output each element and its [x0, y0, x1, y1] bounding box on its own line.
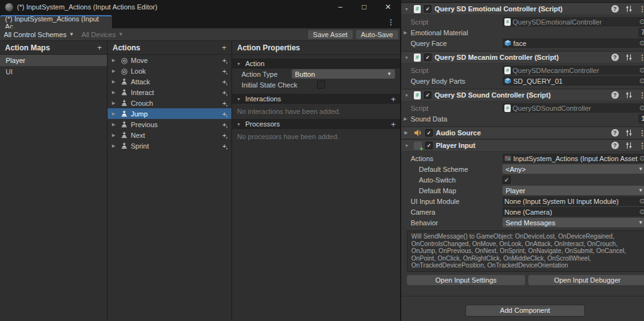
help-icon[interactable]: ? [611, 142, 619, 149]
mecanim-controller-header[interactable]: ▼ # ✓ Query SD Mecanim Controller (Scrip… [401, 51, 644, 64]
object-picker-icon[interactable]: ⊙ [640, 208, 644, 216]
sound-controller-header[interactable]: ▼ # ✓ Query SD Sound Controller (Script)… [401, 89, 644, 101]
add-component-button[interactable]: Add Component [465, 305, 585, 317]
minimize-button[interactable]: – [328, 0, 352, 14]
action-row-attack[interactable]: ▶ Attack +, [108, 76, 231, 87]
tab-inputsystem-actions[interactable]: (*) InputSystem_Actions (Input Ac.. [0, 15, 112, 28]
audio-source-header[interactable]: ▶ ✓ Audio Source ? ⋮ [401, 127, 644, 139]
ui-input-module-object-field[interactable]: None (Input System UI Input Module) ⊙ [502, 196, 644, 206]
kebab-menu-icon[interactable]: ⋮ [639, 5, 644, 13]
query-face-object-field[interactable]: face ⊙ [502, 38, 644, 48]
camera-object-field[interactable]: None (Camera) ⊙ [502, 207, 644, 217]
action-section-header[interactable]: ▼ Action [232, 59, 400, 69]
component-enabled-checkbox[interactable]: ✓ [424, 91, 431, 99]
emotional-material-row[interactable]: ▶ Emotional Material 7 [401, 27, 644, 38]
chevron-right-icon[interactable]: ▶ [112, 101, 118, 106]
tab-menu-kebab-icon[interactable]: ⋮ [387, 18, 400, 28]
add-binding-button[interactable]: +, [223, 89, 227, 96]
help-icon[interactable]: ? [611, 91, 619, 99]
action-type-dropdown[interactable]: Button ▼ [292, 69, 395, 79]
script-object-field[interactable]: # QuerySDMecanimController ⊙ [502, 65, 644, 75]
add-binding-button[interactable]: +, [223, 142, 227, 150]
interactions-section-header[interactable]: ▼ Interactions + [232, 94, 400, 104]
object-picker-icon[interactable]: ⊙ [640, 77, 644, 85]
chevron-right-icon[interactable]: ▶ [112, 144, 118, 149]
add-interaction-button[interactable]: + [391, 94, 396, 104]
chevron-down-icon[interactable]: ▼ [404, 144, 411, 148]
object-picker-icon[interactable]: ⊙ [640, 39, 644, 47]
array-size-field[interactable]: 7 [638, 28, 644, 37]
presets-icon[interactable] [625, 91, 633, 99]
default-map-dropdown[interactable]: Player ▼ [502, 186, 644, 195]
kebab-menu-icon[interactable]: ⋮ [639, 142, 644, 150]
add-processor-button[interactable]: + [391, 120, 396, 129]
control-schemes-dropdown[interactable]: All Control Schemes ▼ [4, 31, 74, 38]
chevron-right-icon[interactable]: ▶ [112, 133, 118, 138]
player-input-header[interactable]: ▼ + ✓ Player Input ? ⋮ [401, 139, 644, 152]
object-picker-icon[interactable]: ⊙ [640, 104, 644, 112]
help-icon[interactable]: ? [611, 5, 619, 13]
help-icon[interactable]: ? [611, 129, 619, 137]
emotional-controller-header[interactable]: ▼ # ✓ Query SD Emotional Controller (Scr… [401, 3, 644, 15]
processors-section-header[interactable]: ▼ Processors + [232, 119, 400, 129]
add-binding-button[interactable]: +, [223, 132, 227, 139]
maximize-button[interactable]: □ [352, 0, 376, 14]
component-enabled-checkbox[interactable]: ✓ [425, 142, 433, 149]
presets-icon[interactable] [625, 54, 633, 61]
script-object-field[interactable]: # QuerySDSoundController ⊙ [502, 103, 644, 113]
devices-dropdown[interactable]: All Devices ▼ [82, 31, 123, 38]
sound-data-row[interactable]: ▶ Sound Data 1 [401, 113, 644, 124]
chevron-right-icon[interactable]: ▶ [112, 111, 118, 116]
object-picker-icon[interactable]: ⊙ [640, 154, 644, 162]
script-object-field[interactable]: # QuerySDEmotionalController ⊙ [502, 17, 644, 26]
component-enabled-checkbox[interactable]: ✓ [424, 54, 431, 61]
add-binding-button[interactable]: +, [223, 78, 227, 86]
chevron-right-icon[interactable]: ▶ [112, 122, 118, 127]
object-picker-icon[interactable]: ⊙ [640, 197, 644, 205]
action-row-look[interactable]: ▶ ◎ Look +, [108, 65, 231, 76]
chevron-right-icon[interactable]: ▶ [112, 58, 118, 63]
add-binding-button[interactable]: +, [223, 67, 227, 75]
kebab-menu-icon[interactable]: ⋮ [639, 129, 644, 137]
chevron-down-icon[interactable]: ▼ [404, 55, 411, 60]
component-enabled-checkbox[interactable]: ✓ [424, 5, 431, 13]
chevron-right-icon[interactable]: ▶ [404, 130, 411, 135]
add-action-button[interactable]: + [221, 43, 226, 52]
object-picker-icon[interactable]: ⊙ [640, 66, 644, 74]
kebab-menu-icon[interactable]: ⋮ [639, 91, 644, 99]
save-asset-button[interactable]: Save Asset [308, 30, 353, 39]
add-binding-button[interactable]: +, [223, 99, 227, 107]
add-binding-button[interactable]: +, [223, 57, 227, 64]
action-row-interact[interactable]: ▶ Interact +, [108, 87, 231, 98]
action-map-player[interactable]: Player [0, 55, 107, 66]
add-binding-button[interactable]: +, [223, 121, 227, 128]
chevron-right-icon[interactable]: ▶ [112, 90, 118, 95]
initial-state-checkbox[interactable] [317, 81, 325, 89]
chevron-right-icon[interactable]: ▶ [404, 116, 407, 121]
component-enabled-checkbox[interactable]: ✓ [425, 129, 433, 137]
action-row-next[interactable]: ▶ Next +, [108, 130, 231, 140]
action-row-move[interactable]: ▶ ◎ Move +, [108, 55, 231, 65]
query-body-parts-object-field[interactable]: SD_QUERY_01 ⊙ [502, 76, 644, 86]
chevron-right-icon[interactable]: ▶ [112, 79, 118, 84]
chevron-down-icon[interactable]: ▼ [404, 7, 411, 11]
chevron-down-icon[interactable]: ▼ [404, 93, 411, 98]
auto-switch-checkbox[interactable]: ✓ [502, 176, 511, 184]
open-input-settings-button[interactable]: Open Input Settings [407, 275, 525, 285]
behavior-dropdown[interactable]: Send Messages ▼ [502, 218, 644, 227]
object-picker-icon[interactable]: ⊙ [640, 18, 644, 26]
action-row-jump[interactable]: ▶ Jump +, [108, 108, 231, 119]
chevron-right-icon[interactable]: ▶ [112, 69, 118, 74]
close-button[interactable]: ✕ [376, 0, 400, 14]
presets-icon[interactable] [625, 129, 633, 137]
action-row-previous[interactable]: ▶ Previous +, [108, 119, 231, 130]
presets-icon[interactable] [625, 142, 633, 149]
chevron-right-icon[interactable]: ▶ [404, 30, 407, 35]
add-action-map-button[interactable]: + [97, 43, 102, 52]
kebab-menu-icon[interactable]: ⋮ [639, 54, 644, 62]
add-binding-button[interactable]: +, [223, 110, 227, 118]
array-size-field[interactable]: 1 [638, 114, 644, 123]
actions-object-field[interactable]: InputSystem_Actions (Input Action Asset … [502, 154, 644, 163]
default-scheme-dropdown[interactable]: <Any> ▼ [502, 164, 644, 174]
auto-save-toggle[interactable]: Auto-Save [356, 30, 398, 39]
